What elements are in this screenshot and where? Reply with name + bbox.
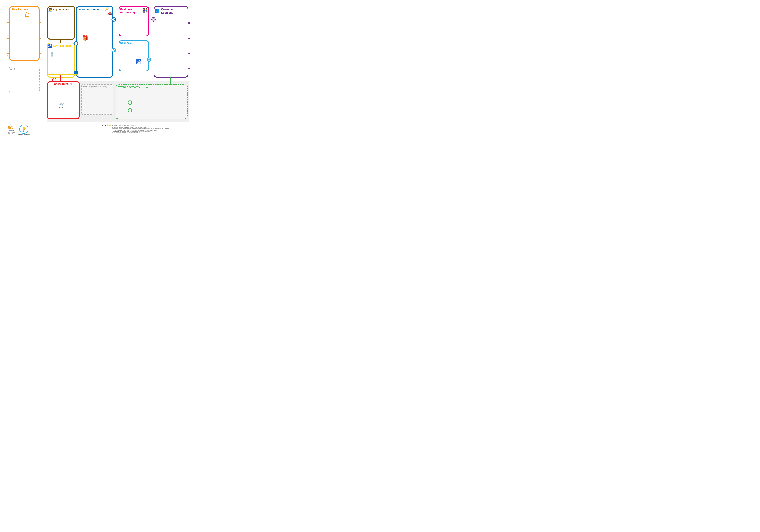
iig-text-line1: INNOVATION bbox=[7, 130, 14, 131]
cost-structure-title: Cost Structure bbox=[54, 82, 72, 85]
brief-title: Brief bbox=[10, 68, 15, 71]
value-proposition-box bbox=[76, 6, 113, 77]
svg-rect-3 bbox=[7, 55, 8, 56]
iig-text-line2: INTELLIGENCE bbox=[6, 131, 15, 133]
svg-rect-32 bbox=[129, 104, 130, 108]
revenue-streams-arrow-icon: ⬇ bbox=[146, 85, 148, 89]
channels-title: Channels bbox=[120, 41, 132, 45]
idea-monopoly-logo: 🔑 THE IDEA MONOPOLY® bbox=[18, 124, 30, 135]
key-partners-title: Key Partners bbox=[12, 8, 28, 11]
key-activities-person-icon: 🧑‍💼 bbox=[48, 8, 52, 12]
vp-summary-title: Value Proposition Summary bbox=[82, 85, 107, 88]
cc-icon: Ⓒ ⓒ Ⓢ ⓢ 🔒 bbox=[100, 124, 111, 126]
brief-box bbox=[9, 67, 39, 92]
key-partners-building-icon: 🏛 bbox=[24, 12, 29, 18]
license-line3: Also available under pdf format at: www.… bbox=[113, 132, 169, 133]
cost-structure-box bbox=[47, 81, 80, 119]
logo-area: iIG INNOVATION INTELLIGENCE GROUP 🔑 THE … bbox=[6, 124, 30, 135]
svg-point-34 bbox=[52, 78, 56, 82]
value-proposition-title: Value Proposition bbox=[79, 8, 102, 11]
footer-credits: Ⓒ ⓒ Ⓢ ⓢ 🔒 Designed by Elena Balakhnova (… bbox=[100, 124, 169, 133]
idea-monopoly-key-icon: 🔑 bbox=[21, 126, 27, 132]
license-line2: To view a copy of this license, visit : … bbox=[113, 131, 169, 132]
vp-car-icon: 🚗 bbox=[107, 11, 112, 15]
cost-bone-top bbox=[52, 77, 57, 83]
vp-gift-icon: 🎁 bbox=[82, 35, 88, 41]
key-activities-title: Key Activities bbox=[53, 8, 70, 11]
iig-letters: iIG bbox=[8, 126, 13, 130]
svg-point-33 bbox=[128, 108, 132, 112]
svg-point-31 bbox=[128, 101, 132, 104]
revenue-pipe-connector bbox=[170, 77, 171, 85]
customer-relationship-title: Customer Relationship bbox=[120, 8, 140, 14]
iig-text-line3: GROUP bbox=[8, 133, 13, 134]
customer-segment-title: Customer Segment bbox=[161, 8, 185, 15]
cs-people-icon: 👥 bbox=[154, 8, 160, 13]
revenue-streams-title: Revenue Streams bbox=[117, 85, 140, 89]
key-resources-faucet-icon: 🚰 bbox=[48, 44, 52, 48]
vp-key-icon: 🔑 bbox=[105, 7, 109, 11]
revenue-bone-internal bbox=[128, 100, 132, 113]
key-resources-title: Key Resources bbox=[53, 44, 71, 47]
credits-line3: Based on an original design by Business … bbox=[113, 128, 169, 129]
idea-monopoly-circle: 🔑 bbox=[19, 124, 28, 134]
vp-summary-box bbox=[81, 84, 113, 115]
revenue-streams-box bbox=[116, 84, 188, 119]
channels-escalator-icon: 🛗 bbox=[136, 59, 141, 64]
license-line1: This work is licensed under a Creative C… bbox=[113, 130, 169, 131]
credits-line1: Designed by Elena Balakhnova (www.IIGglo… bbox=[112, 125, 136, 126]
cost-cart-icon: 🛒 bbox=[59, 102, 65, 108]
iig-logo: iIG INNOVATION INTELLIGENCE GROUP bbox=[6, 126, 15, 134]
key-resources-cup-icon: 🥤 bbox=[49, 52, 55, 57]
idea-monopoly-label: THE IDEA MONOPOLY® bbox=[18, 134, 30, 135]
channels-box bbox=[119, 40, 149, 72]
key-partners-arrow-icon: ↑↓ bbox=[28, 7, 31, 11]
customer-segment-box bbox=[154, 6, 188, 77]
cr-people-icon: 👫 bbox=[142, 8, 148, 13]
credits-line2: Colours and adaptation by The Idea Monop… bbox=[113, 127, 169, 128]
canvas: { "sections": { "key_partners": { "title… bbox=[0, 0, 195, 136]
